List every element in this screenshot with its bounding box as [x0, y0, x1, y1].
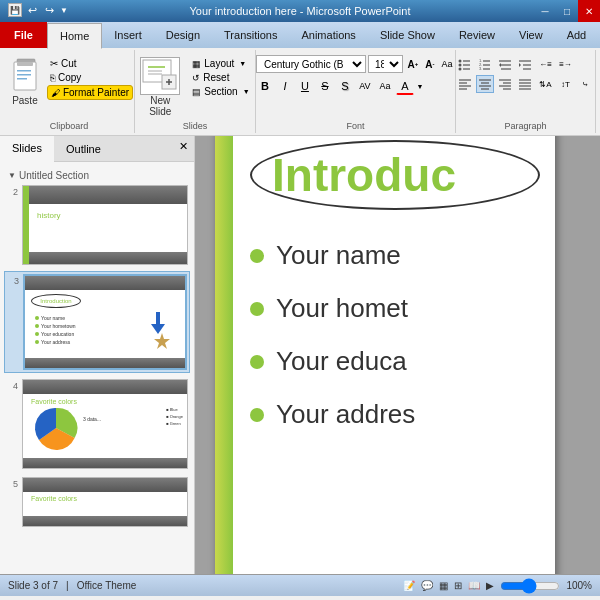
slide-thumbnail: Favorite colors — [22, 379, 188, 469]
clipboard-small-buttons: ✂ Cut ⎘ Copy 🖌 Format Painter — [47, 55, 133, 100]
close-button[interactable]: ✕ — [578, 0, 600, 22]
shadow-button[interactable]: S — [336, 77, 354, 95]
slide-footer-bar — [23, 458, 187, 468]
layout-button[interactable]: ▦ Layout ▼ — [188, 57, 253, 70]
slide-title-text: Introduction — [40, 298, 71, 304]
font-color-button[interactable]: A — [396, 77, 414, 95]
list-item[interactable]: 2 history — [4, 183, 190, 267]
tab-review[interactable]: Review — [447, 22, 507, 48]
section-dropdown-icon: ▼ — [243, 88, 250, 95]
numbered-list-button[interactable]: 1.2.3. — [476, 55, 494, 73]
canvas-bullets: Your name Your homet Your educa Your add… — [250, 240, 415, 430]
slide-header-bar — [23, 186, 187, 204]
bullet-text-1: Your name — [276, 240, 401, 271]
section-header: ▼ Untitled Section — [4, 166, 190, 183]
chart-series-label: 3 data... — [83, 416, 101, 422]
align-center-button[interactable] — [476, 75, 494, 93]
slides-label: Slides — [183, 119, 208, 131]
bullet-list-button[interactable] — [456, 55, 474, 73]
tab-view[interactable]: View — [507, 22, 555, 48]
kerning-button[interactable]: AV — [356, 77, 374, 95]
align-text-button[interactable]: ↕T — [556, 75, 574, 93]
align-left-button[interactable] — [456, 75, 474, 93]
justify-button[interactable] — [516, 75, 534, 93]
section-collapse-icon[interactable]: ▼ — [8, 171, 16, 180]
slide-header-bar — [23, 478, 187, 492]
slide-options: ▦ Layout ▼ ↺ Reset ▤ Section ▼ — [188, 55, 253, 98]
main-canvas: Introduc Your name Your homet Your educa — [195, 136, 600, 574]
clear-format-button[interactable]: Aa — [439, 56, 455, 72]
font-size-select[interactable]: 18 — [368, 55, 403, 73]
notes-button[interactable]: 📝 — [403, 580, 415, 591]
tab-home[interactable]: Home — [47, 23, 102, 49]
tab-add[interactable]: Add — [555, 22, 599, 48]
tab-insert[interactable]: Insert — [102, 22, 154, 48]
ltr-button[interactable]: ≡→ — [556, 55, 574, 73]
tab-animations[interactable]: Animations — [289, 22, 367, 48]
status-bar: Slide 3 of 7 | Office Theme 📝 💬 ▦ ⊞ 📖 ▶ … — [0, 574, 600, 596]
reset-button[interactable]: ↺ Reset — [188, 71, 253, 84]
canvas-bullet-3[interactable]: Your educa — [250, 346, 415, 377]
list-item[interactable]: 4 Favorite colors — [4, 377, 190, 471]
reading-view-button[interactable]: 📖 — [468, 580, 480, 591]
rtl-button[interactable]: ←≡ — [536, 55, 554, 73]
bold-button[interactable]: B — [256, 77, 274, 95]
align-right-button[interactable] — [496, 75, 514, 93]
text-direction-button[interactable]: ⇅A — [536, 75, 554, 93]
italic-button[interactable]: I — [276, 77, 294, 95]
panel-close-button[interactable]: ✕ — [173, 136, 194, 161]
zoom-level: 100% — [566, 580, 592, 591]
normal-view-button[interactable]: ▦ — [439, 580, 448, 591]
save-icon[interactable]: 💾 — [8, 3, 22, 17]
paste-button[interactable]: Paste — [5, 55, 45, 108]
svg-point-17 — [459, 68, 462, 71]
font-color-dropdown[interactable]: ▼ — [415, 78, 425, 94]
maximize-button[interactable]: □ — [556, 0, 578, 22]
tab-outline[interactable]: Outline — [54, 136, 113, 161]
section-icon: ▤ — [192, 87, 201, 97]
window-controls: ─ □ ✕ — [534, 0, 600, 22]
canvas-bullet-2[interactable]: Your homet — [250, 293, 415, 324]
tab-transitions[interactable]: Transitions — [212, 22, 289, 48]
increase-font-button[interactable]: A+ — [405, 56, 421, 72]
section-button[interactable]: ▤ Section ▼ — [188, 85, 253, 98]
list-item[interactable]: 3 Introduction Your name Your hometown Y… — [4, 271, 190, 373]
cut-button[interactable]: ✂ Cut — [47, 57, 133, 70]
comments-button[interactable]: 💬 — [421, 580, 433, 591]
svg-marker-32 — [519, 63, 521, 67]
dropdown-icon[interactable]: ▼ — [59, 3, 69, 17]
redo-icon[interactable]: ↪ — [42, 3, 56, 17]
undo-icon[interactable]: ↩ — [25, 3, 39, 17]
canvas-title-oval[interactable]: Introduc — [250, 140, 540, 210]
canvas-bullet-4[interactable]: Your addres — [250, 399, 415, 430]
canvas-bullet-1[interactable]: Your name — [250, 240, 415, 271]
paste-icon — [9, 57, 41, 95]
font-family-select[interactable]: Century Gothic (B — [256, 55, 366, 73]
underline-button[interactable]: U — [296, 77, 314, 95]
slideshow-button[interactable]: ▶ — [486, 580, 494, 591]
smartart-button[interactable]: ⤷ — [576, 75, 594, 93]
svg-rect-2 — [17, 62, 33, 66]
tab-slideshow[interactable]: Slide Show — [368, 22, 447, 48]
increase-indent-button[interactable] — [516, 55, 534, 73]
zoom-slider[interactable] — [500, 580, 560, 592]
new-slide-button[interactable]: New Slide — [136, 55, 184, 119]
format-painter-button[interactable]: 🖌 Format Painter — [47, 85, 133, 100]
tab-file[interactable]: File — [0, 22, 47, 48]
strikethrough-button[interactable]: S — [316, 77, 334, 95]
paragraph-label: Paragraph — [504, 119, 546, 131]
case-button[interactable]: Aa — [376, 77, 394, 95]
tab-design[interactable]: Design — [154, 22, 212, 48]
svg-text:3.: 3. — [479, 66, 482, 71]
chart-legend: ■ Blue ■ Orange ■ Green — [166, 406, 183, 427]
decrease-font-button[interactable]: A- — [422, 56, 438, 72]
slide-list[interactable]: ▼ Untitled Section 2 history 3 — [0, 162, 194, 574]
bullet-dot-icon — [250, 302, 264, 316]
tab-slides[interactable]: Slides — [0, 136, 54, 162]
copy-button[interactable]: ⎘ Copy — [47, 71, 133, 84]
list-item[interactable]: 5 Favorite colors — [4, 475, 190, 529]
minimize-button[interactable]: ─ — [534, 0, 556, 22]
decrease-indent-button[interactable] — [496, 55, 514, 73]
font-size-buttons: A+ A- Aa — [405, 56, 455, 72]
slidesorter-button[interactable]: ⊞ — [454, 580, 462, 591]
